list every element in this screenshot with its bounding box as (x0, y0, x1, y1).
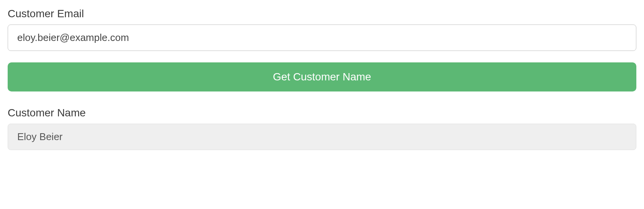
get-customer-name-button[interactable]: Get Customer Name (8, 62, 636, 91)
email-label: Customer Email (8, 8, 636, 20)
email-form-group: Customer Email (8, 8, 636, 51)
name-output (8, 124, 636, 150)
email-input[interactable] (8, 24, 636, 51)
name-label: Customer Name (8, 107, 636, 119)
name-form-group: Customer Name (8, 107, 636, 150)
